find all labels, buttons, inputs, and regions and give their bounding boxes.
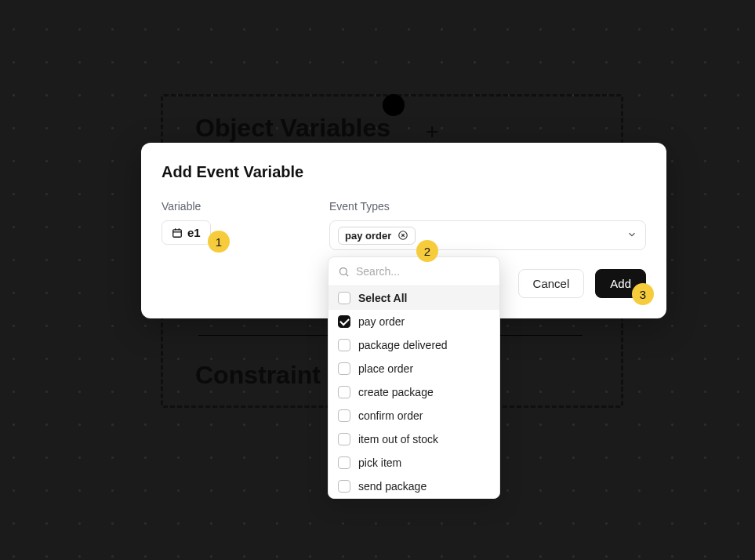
dropdown-option[interactable]: create package bbox=[328, 380, 499, 404]
remove-tag-icon[interactable] bbox=[397, 230, 408, 242]
option-label: create package bbox=[358, 386, 434, 398]
svg-rect-0 bbox=[173, 229, 182, 236]
option-label: send package bbox=[358, 480, 427, 493]
event-types-multiselect[interactable]: pay order bbox=[329, 220, 646, 250]
event-types-field-label: Event Types bbox=[329, 200, 646, 213]
step-badge-1: 1 bbox=[208, 231, 230, 253]
dropdown-option[interactable]: place order bbox=[328, 357, 499, 380]
dropdown-option[interactable]: item out of stock bbox=[328, 427, 499, 451]
chevron-down-icon bbox=[626, 229, 637, 242]
checkbox-icon bbox=[338, 456, 350, 469]
event-types-dropdown: Select All pay orderpackage deliveredpla… bbox=[328, 256, 500, 499]
option-label: pick item bbox=[358, 456, 401, 469]
svg-point-7 bbox=[340, 267, 347, 275]
calendar-icon bbox=[172, 227, 183, 238]
search-icon bbox=[338, 266, 350, 278]
svg-line-8 bbox=[346, 274, 348, 276]
checkbox-icon bbox=[338, 480, 350, 493]
checkbox-icon bbox=[338, 292, 350, 304]
dropdown-option[interactable]: confirm order bbox=[328, 404, 499, 427]
modal-title: Add Event Variable bbox=[162, 163, 646, 181]
step-badge-2: 2 bbox=[416, 240, 438, 262]
variable-name: e1 bbox=[187, 226, 201, 239]
dropdown-option[interactable]: pay order bbox=[328, 310, 499, 333]
step-badge-3: 3 bbox=[632, 283, 654, 305]
dropdown-options-list[interactable]: Select All pay orderpackage deliveredpla… bbox=[328, 286, 499, 498]
tag-label: pay order bbox=[345, 230, 391, 242]
selected-event-type-tag: pay order bbox=[338, 227, 416, 245]
checkbox-icon bbox=[338, 433, 350, 445]
dropdown-search-row bbox=[328, 257, 499, 286]
option-label: item out of stock bbox=[358, 433, 438, 445]
checkbox-icon bbox=[338, 409, 350, 422]
variable-field-label: Variable bbox=[162, 200, 310, 213]
cancel-button[interactable]: Cancel bbox=[518, 269, 585, 298]
select-all-option[interactable]: Select All bbox=[328, 286, 499, 310]
checkbox-icon bbox=[338, 386, 350, 398]
dropdown-option[interactable]: package delivered bbox=[328, 333, 499, 357]
dropdown-option[interactable]: send package bbox=[328, 475, 499, 498]
variable-chip[interactable]: e1 bbox=[162, 220, 211, 245]
dropdown-option[interactable]: pick item bbox=[328, 451, 499, 475]
checkbox-icon bbox=[338, 339, 350, 351]
option-label: package delivered bbox=[358, 339, 448, 351]
option-label: Select All bbox=[358, 292, 408, 304]
dropdown-search-input[interactable] bbox=[356, 265, 493, 278]
option-label: confirm order bbox=[358, 409, 423, 422]
option-label: pay order bbox=[358, 315, 405, 328]
checkbox-icon bbox=[338, 362, 350, 375]
checkbox-icon bbox=[338, 315, 350, 328]
option-label: place order bbox=[358, 362, 413, 375]
